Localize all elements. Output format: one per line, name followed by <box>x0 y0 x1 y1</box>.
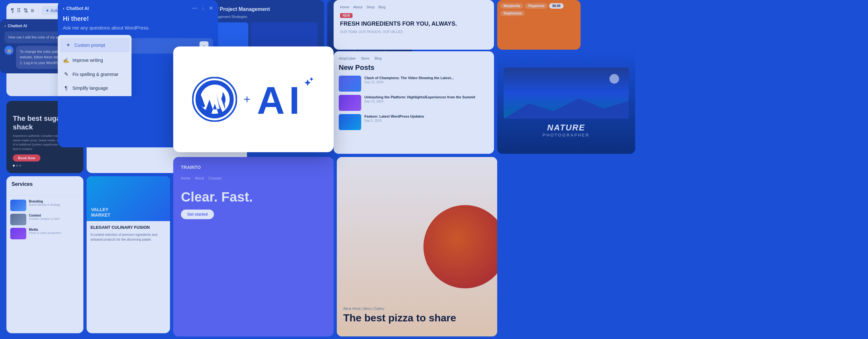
svg-text:A: A <box>257 79 285 122</box>
pizza-visual <box>424 205 497 289</box>
nature-photographer-card: Nature PhOTographeR <box>497 51 635 154</box>
fresh-nav-shop: Shop <box>366 5 375 9</box>
valley-hero-text: VALLEYMARKET <box>91 207 110 218</box>
service-label-2: Content <box>29 214 60 217</box>
service-label-1: Branding <box>29 200 60 203</box>
post-content-1: Clash of Champions: The Video Showing th… <box>364 76 454 84</box>
post-thumb-2 <box>339 95 361 111</box>
fresh-tag: NEW <box>340 13 352 18</box>
chatbot-main-title: ‹ Chatbot AI <box>63 6 89 11</box>
pizza-top-card: Margherita Pepperoni $8.99 Vegetariana <box>497 0 581 50</box>
trainto-cta-button[interactable]: Get started <box>181 209 214 219</box>
chatbot-main-title-text: Chatbot AI <box>66 6 89 11</box>
pizza-bottom-card: Alle★ Home | Menu | Gallery The best piz… <box>337 157 497 336</box>
background-cards: ¶ ⠿ ⇅ ≡ ✦ Ask AI B I 🔗 ··· Responsive de… <box>0 0 868 339</box>
nav-store: Store <box>361 57 369 60</box>
service-row-1: Branding Brand identity & strategy <box>10 200 80 211</box>
service-info-1: Branding Brand identity & strategy <box>29 200 60 211</box>
plus-sign: + <box>244 93 250 106</box>
valley-heading: ELEGANT CULINARY FUSION <box>90 225 166 230</box>
pizza-pill-3: Vegetariana <box>500 10 525 16</box>
new-posts-card: shopCyber Store Blog New Posts Clash of … <box>334 51 494 154</box>
newposts-nav: shopCyber Store Blog <box>339 57 489 60</box>
newposts-title: New Posts <box>339 63 489 72</box>
nav-blog: Blog <box>375 57 382 60</box>
service-row-3: Media Photo & video production <box>10 228 80 239</box>
sparkle-icon: ✦ <box>65 41 71 49</box>
dropdown-make-shorter[interactable]: ≡ Make shorter <box>58 95 131 96</box>
service-info-3: Media Photo & video production <box>29 228 61 239</box>
trainto-title: Clear. Fast. <box>181 190 326 204</box>
team-section: OUR TEAM, OUR PASSION, OUR VALUES <box>340 30 488 34</box>
pizza-big-title: The best pizza to share <box>343 312 456 324</box>
valley-text: A curated selection of premium ingredien… <box>90 232 166 242</box>
chatbot-description: Ask me any questions about WordPress. <box>63 24 213 32</box>
simplify-label: Simplify language <box>72 84 108 92</box>
hero-content: + A I <box>192 77 314 122</box>
service-thumb-1 <box>10 200 26 211</box>
pizza-nav: Alle★ Home | Menu | Gallery <box>343 307 456 310</box>
pizza-bottom-inner: Alle★ Home | Menu | Gallery The best piz… <box>337 157 497 336</box>
post-title-1: Clash of Champions: The Video Showing th… <box>364 76 454 80</box>
fresh-nav-blog: Blog <box>378 5 385 9</box>
post-item-1: Clash of Champions: The Video Showing th… <box>339 76 489 92</box>
dropdown-fix-spelling[interactable]: ✎ Fix spelling & grammar <box>58 67 131 81</box>
service-meta-1: Brand identity & strategy <box>29 203 60 206</box>
mountain-shape <box>504 93 629 119</box>
pm-image-2 <box>251 23 318 48</box>
ai-logo: A I <box>257 77 315 122</box>
dropdown-custom-prompt[interactable]: ✦ Custom prompt <box>60 38 130 52</box>
nature-subtitle: PhOTographeR <box>543 133 590 137</box>
pizza-pill-1: Margherita <box>500 3 523 9</box>
dropdown-simplify[interactable]: ¶ Simplify language <box>58 81 131 96</box>
service-thumb-3 <box>10 228 26 239</box>
post-item-2: Unleashing the Platform: Highlights/Expe… <box>339 95 489 111</box>
wordpress-logo <box>192 77 237 122</box>
fresh-inner: Home About Shop Blog NEW FRESH INGREDIEN… <box>334 0 494 39</box>
simplify-icon: ¶ <box>63 84 69 93</box>
more-options-icon[interactable]: ⋮ <box>200 5 206 11</box>
chatbot-small-title: Chatbot AI <box>8 24 27 28</box>
post-meta-2: Sep 10, 2024 <box>364 100 475 103</box>
svg-text:I: I <box>289 79 300 122</box>
service-meta-2: Content creation & SEO <box>29 217 60 221</box>
trainto-inner: TRAINTO Home About Courses Clear. Fast. … <box>173 157 334 336</box>
fresh-nav: Home About Shop Blog <box>340 5 488 9</box>
dropdown-improve-writing[interactable]: ✍ Improve writing <box>58 54 131 68</box>
ai-text: A I <box>257 77 315 122</box>
services-card: Services Branding Brand identity & strat… <box>6 176 84 333</box>
improve-writing-label: Improve writing <box>72 57 103 64</box>
services-body: Branding Brand identity & strategy Conte… <box>6 196 84 246</box>
fresh-nav-about: About <box>353 5 363 9</box>
hero-card: + A I <box>173 46 334 152</box>
fix-icon: ✎ <box>63 70 69 78</box>
post-title-3: Feature: Latest WordPress Updates <box>364 114 424 119</box>
custom-prompt-label: Custom prompt <box>74 42 105 49</box>
services-title: Services <box>11 181 78 187</box>
trainto-card: TRAINTO Home About Courses Clear. Fast. … <box>173 157 334 336</box>
post-thumb-1 <box>339 76 361 92</box>
post-meta-3: Sep 5, 2024 <box>364 119 424 123</box>
chatbot-greeting: Hi there! <box>63 15 213 23</box>
fresh-ingredients-card: Home About Shop Blog NEW FRESH INGREDIEN… <box>334 0 494 50</box>
close-icon[interactable]: ✕ <box>209 5 213 11</box>
back-icon: ‹ <box>4 24 6 28</box>
post-meta-1: Sep 15, 2024 <box>364 80 454 84</box>
minimize-icon[interactable]: — <box>192 5 197 11</box>
valley-market-card: VALLEYMARKET ELEGANT CULINARY FUSION A c… <box>87 176 170 333</box>
post-content-3: Feature: Latest WordPress Updates Sep 5,… <box>364 114 424 123</box>
chatbot-avatar: 🤖 <box>4 46 13 55</box>
post-title-2: Unleashing the Platform: Highlights/Expe… <box>364 95 475 100</box>
moon <box>610 74 619 83</box>
newposts-inner: shopCyber Store Blog New Posts Clash of … <box>334 51 494 138</box>
pizza-bottom-hero: Alle★ Home | Menu | Gallery The best piz… <box>337 157 497 336</box>
service-thumb-2 <box>10 214 26 225</box>
post-thumb-3 <box>339 114 361 130</box>
valley-body: ELEGANT CULINARY FUSION A curated select… <box>87 221 170 246</box>
pizza-text-overlay: Alle★ Home | Menu | Gallery The best piz… <box>343 307 456 324</box>
chatbot-main-header: ‹ Chatbot AI — ⋮ ✕ <box>63 5 213 11</box>
service-row-2: Content Content creation & SEO <box>10 214 80 225</box>
ai-dropdown-menu[interactable]: ✦ Custom prompt ✍ Improve writing ✎ Fix … <box>58 35 131 96</box>
nav-home: shopCyber <box>339 57 356 60</box>
fresh-nav-home: Home <box>340 5 349 9</box>
